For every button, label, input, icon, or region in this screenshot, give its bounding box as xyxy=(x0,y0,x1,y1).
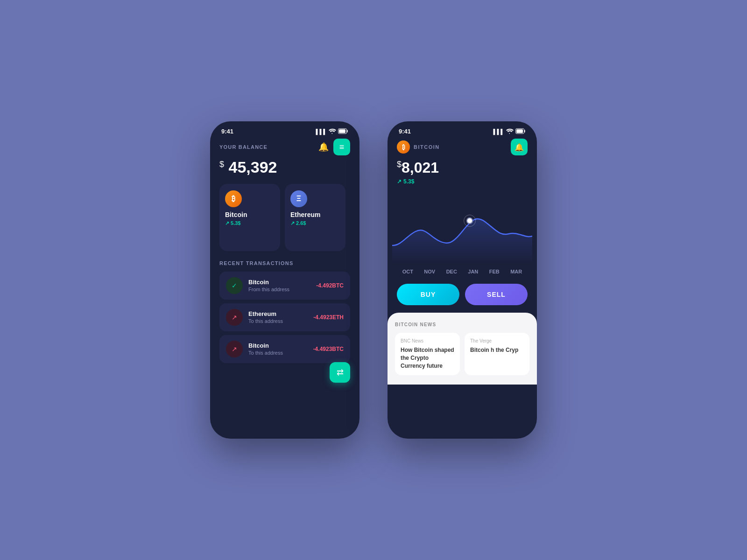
balance-value: 45,392 xyxy=(228,158,277,176)
price-change: ↗ 5.3$ xyxy=(388,178,537,185)
wifi-icon xyxy=(329,128,336,135)
tx-amount-2: -4.4923ETH xyxy=(313,314,344,321)
phones-container: 9:41 ▌▌▌ YOUR B xyxy=(210,121,537,439)
tx-icon-receive-1: ✓ xyxy=(226,277,243,294)
time-feb: FEB xyxy=(489,269,500,274)
svg-rect-3 xyxy=(516,129,523,133)
balance-header: YOUR BALANCE 🔔 xyxy=(219,139,350,155)
bitcoin-mini-chart xyxy=(225,229,275,251)
bitcoin-chart-svg xyxy=(392,189,532,264)
chart-dot-indicator xyxy=(466,217,473,224)
tx-amount-1: -4.492BTC xyxy=(316,282,344,289)
tx-name-2: Ethereum xyxy=(248,310,308,317)
phone-dashboard: 9:41 ▌▌▌ YOUR B xyxy=(210,121,359,439)
news-headline-2: Bitcoin h the Cryp xyxy=(470,346,524,354)
signal-icon: ▌▌▌ xyxy=(316,129,327,134)
news-title: BITCOIN NEWS xyxy=(395,322,529,327)
transfer-float-button[interactable]: ⇄ xyxy=(330,362,350,383)
news-card-2[interactable]: The Verge Bitcoin h the Cryp xyxy=(465,333,529,375)
news-section: BITCOIN NEWS BNC News How Bitcoin shaped… xyxy=(388,313,537,385)
transactions-label: RECENT TRANSACTIONS xyxy=(219,260,350,266)
bitcoin-chart xyxy=(388,189,537,264)
svg-rect-1 xyxy=(339,129,345,133)
tx-name-1: Bitcoin xyxy=(248,279,310,286)
battery-icon xyxy=(338,128,348,135)
bitcoin-header: ₿ BITCOIN 🔔 xyxy=(388,139,537,155)
signal-icon-2: ▌▌▌ xyxy=(493,129,504,134)
bell-button-2[interactable]: 🔔 xyxy=(511,139,528,155)
tx-icon-send-2: ↗ xyxy=(226,309,243,326)
status-bar-2: 9:41 ▌▌▌ xyxy=(388,121,537,139)
tx-address-3: To this address xyxy=(248,350,308,356)
tx-amount-3: -4.4923BTC xyxy=(313,346,344,352)
price-value: 8,021 xyxy=(402,159,439,176)
price-currency: $ xyxy=(397,160,402,169)
bitcoin-price-container: $8,021 xyxy=(388,159,537,176)
balance-label: YOUR BALANCE xyxy=(219,144,268,150)
tx-address-1: From this address xyxy=(248,287,310,292)
time-2: 9:41 xyxy=(399,128,411,135)
bitcoin-card-icon: ₿ xyxy=(225,190,242,207)
currency-symbol: $ xyxy=(219,160,224,169)
bitcoin-card[interactable]: ₿ Bitcoin ↗ 5.3$ xyxy=(219,184,280,251)
battery-icon-2 xyxy=(515,128,526,135)
price-change-arrow: ↗ xyxy=(397,178,402,185)
bitcoin-card-name: Bitcoin xyxy=(225,211,275,218)
ethereum-card-name: Ethereum xyxy=(290,211,340,218)
wifi-icon-2 xyxy=(506,128,514,135)
bell-icon-2: 🔔 xyxy=(514,143,524,152)
time-labels: OCT NOV DEC JAN FEB MAR xyxy=(388,269,537,274)
balance-amount: $ 45,392 xyxy=(219,158,350,176)
ethereum-card-icon: Ξ xyxy=(290,190,307,207)
time-oct: OCT xyxy=(402,269,413,274)
bitcoin-title: ₿ BITCOIN xyxy=(397,140,440,154)
time-mar: MAR xyxy=(510,269,522,274)
bitcoin-header-icon: ₿ xyxy=(397,140,410,154)
transaction-row-1[interactable]: ✓ Bitcoin From this address -4.492BTC xyxy=(219,272,350,300)
status-icons-1: ▌▌▌ xyxy=(316,128,348,135)
news-card-1[interactable]: BNC News How Bitcoin shaped the Crypto C… xyxy=(395,333,460,375)
transaction-row-2[interactable]: ↗ Ethereum To this address -4.4923ETH xyxy=(219,303,350,331)
bitcoin-coin-label: BITCOIN xyxy=(414,144,440,150)
sell-button[interactable]: SELL xyxy=(465,284,528,305)
action-buttons: BUY SELL xyxy=(388,284,537,305)
bitcoin-card-change: ↗ 5.3$ xyxy=(225,220,275,226)
menu-button[interactable] xyxy=(333,139,350,155)
news-source-2: The Verge xyxy=(470,338,524,343)
news-cards-list: BNC News How Bitcoin shaped the Crypto C… xyxy=(395,333,529,375)
time-nov: NOV xyxy=(424,269,435,274)
crypto-cards-list: ₿ Bitcoin ↗ 5.3$ xyxy=(219,184,350,251)
tx-info-3: Bitcoin To this address xyxy=(248,342,308,356)
news-source-1: BNC News xyxy=(401,338,454,343)
ethereum-mini-chart xyxy=(290,229,340,251)
bell-icon-1[interactable]: 🔔 xyxy=(318,142,329,152)
price-change-value: 5.3$ xyxy=(403,178,414,185)
news-headline-1: How Bitcoin shaped the Crypto Currency f… xyxy=(401,346,454,370)
time-jan: JAN xyxy=(468,269,478,274)
status-icons-2: ▌▌▌ xyxy=(493,128,526,135)
tx-address-2: To this address xyxy=(248,318,308,324)
ethereum-card[interactable]: Ξ Ethereum ↗ 2.6$ xyxy=(285,184,345,251)
time-1: 9:41 xyxy=(221,128,233,135)
tx-info-1: Bitcoin From this address xyxy=(248,279,310,292)
header-icons: 🔔 xyxy=(318,139,350,155)
bitcoin-price-amount: $8,021 xyxy=(397,159,528,176)
tx-info-2: Ethereum To this address xyxy=(248,310,308,324)
ethereum-card-change: ↗ 2.6$ xyxy=(290,220,340,226)
time-dec: DEC xyxy=(446,269,457,274)
tx-name-3: Bitcoin xyxy=(248,342,308,349)
phone1-content: YOUR BALANCE 🔔 $ 45,392 ₿ Bitcoin ↗ 5.3$ xyxy=(210,139,359,363)
transaction-row-3[interactable]: ↗ Bitcoin To this address -4.4923BTC xyxy=(219,335,350,363)
buy-button[interactable]: BUY xyxy=(397,284,459,305)
status-bar-1: 9:41 ▌▌▌ xyxy=(210,121,359,139)
tx-icon-send-3: ↗ xyxy=(226,341,243,357)
phone-bitcoin-detail: 9:41 ▌▌▌ ₿ xyxy=(388,121,537,439)
